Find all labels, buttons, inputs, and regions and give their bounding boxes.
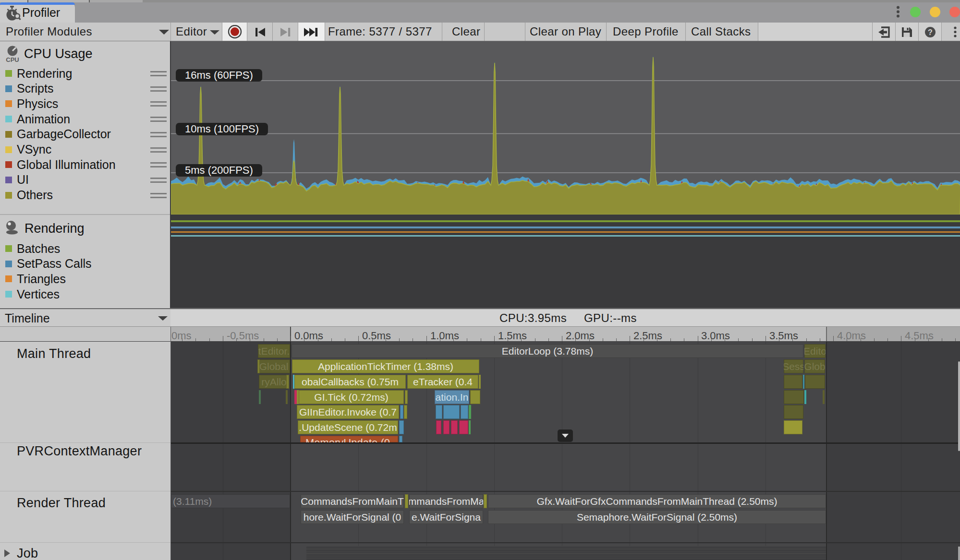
- svg-text:CPU: CPU: [6, 56, 19, 63]
- svg-text:?: ?: [928, 28, 933, 36]
